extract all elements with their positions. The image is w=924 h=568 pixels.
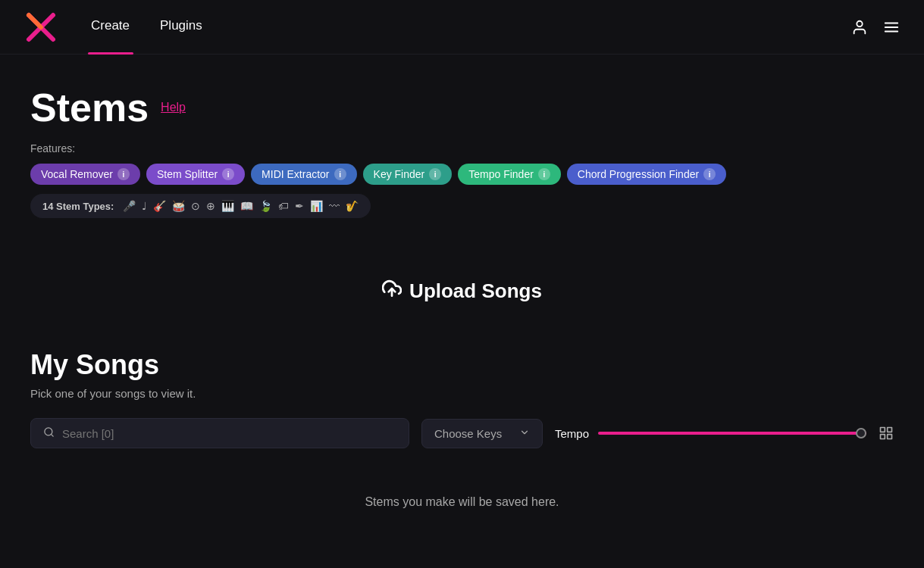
stem-icon-mic: 🎤 xyxy=(123,200,136,212)
upload-section: Upload Songs xyxy=(30,248,894,349)
nav-plugins[interactable]: Plugins xyxy=(145,18,218,36)
tempo-slider[interactable] xyxy=(598,432,866,435)
badge-key-finder[interactable]: Key Finder i xyxy=(363,164,453,185)
badge-label: Tempo Finder xyxy=(468,168,534,180)
upload-icon xyxy=(382,279,402,304)
stem-icon-book: 📖 xyxy=(240,200,253,212)
badge-vocal-remover[interactable]: Vocal Remover i xyxy=(30,164,140,185)
empty-state-text: Stems you make will be saved here. xyxy=(365,495,559,508)
stem-icon-guitar: 🎸 xyxy=(153,200,166,212)
tempo-control: Tempo xyxy=(555,427,866,440)
empty-state: Stems you make will be saved here. xyxy=(30,473,894,532)
svg-line-9 xyxy=(51,434,53,436)
stem-icon-piano: 🎹 xyxy=(221,200,234,212)
svg-rect-10 xyxy=(881,428,885,432)
choose-keys-button[interactable]: Choose Keys xyxy=(421,419,543,448)
upload-songs-label: Upload Songs xyxy=(409,279,542,303)
stem-icon-tag: 🏷 xyxy=(278,200,289,212)
svg-rect-11 xyxy=(888,428,892,432)
badge-label: Vocal Remover xyxy=(41,168,113,180)
info-icon[interactable]: i xyxy=(538,168,550,180)
stem-icon-pen: ✒ xyxy=(295,200,304,212)
info-icon[interactable]: i xyxy=(222,168,234,180)
title-row: Stems Help xyxy=(30,85,894,130)
badge-midi-extractor[interactable]: MIDI Extractor i xyxy=(251,164,356,185)
badge-chord-progression-finder[interactable]: Chord Progression Finder i xyxy=(567,164,726,185)
menu-icon-button[interactable] xyxy=(883,19,900,36)
logo[interactable] xyxy=(24,11,58,44)
my-songs-title: My Songs xyxy=(30,349,894,381)
info-icon[interactable]: i xyxy=(117,168,130,180)
features-label: Features: xyxy=(30,142,894,154)
help-link[interactable]: Help xyxy=(161,101,186,114)
badge-label: MIDI Extractor xyxy=(262,168,329,180)
info-icon[interactable]: i xyxy=(703,168,716,180)
stem-types-label: 14 Stem Types: xyxy=(42,201,114,212)
stem-icon-ring: ⊕ xyxy=(206,200,215,212)
nav-links: Create Plugins xyxy=(76,18,851,36)
navbar: Create Plugins xyxy=(0,0,924,55)
badge-label: Stem Splitter xyxy=(157,168,218,180)
stem-icon-leaf: 🍃 xyxy=(259,200,272,212)
svg-rect-13 xyxy=(888,435,892,439)
choose-keys-label: Choose Keys xyxy=(434,427,502,440)
page-title: Stems xyxy=(30,85,149,130)
badge-stem-splitter[interactable]: Stem Splitter i xyxy=(146,164,245,185)
stem-icon-wave: 〰 xyxy=(329,200,340,212)
stem-icon-circle: ⊙ xyxy=(191,200,200,212)
stem-icon-bars: 📊 xyxy=(310,200,323,212)
info-icon[interactable]: i xyxy=(334,168,346,180)
songs-controls: Choose Keys Tempo xyxy=(30,418,894,448)
user-icon-button[interactable] xyxy=(851,19,868,36)
svg-line-2 xyxy=(29,15,41,27)
stem-icon-drums: 🥁 xyxy=(172,200,185,212)
tempo-label: Tempo xyxy=(555,427,589,440)
svg-rect-12 xyxy=(881,435,885,439)
badge-tempo-finder[interactable]: Tempo Finder i xyxy=(458,164,561,185)
nav-right xyxy=(851,19,900,36)
search-icon xyxy=(43,426,55,440)
grid-toggle-button[interactable] xyxy=(879,426,894,441)
search-box xyxy=(30,418,409,448)
main-content: Stems Help Features: Vocal Remover i Ste… xyxy=(0,55,924,532)
my-songs-section: My Songs Pick one of your songs to view … xyxy=(30,349,894,532)
info-icon[interactable]: i xyxy=(429,168,441,180)
svg-point-3 xyxy=(857,20,862,26)
stem-icon-vibes: 🎷 xyxy=(346,200,359,212)
upload-songs-button[interactable]: Upload Songs xyxy=(382,279,542,304)
stem-icon-note: ♩ xyxy=(142,200,147,212)
badge-label: Key Finder xyxy=(374,168,425,180)
stem-types-row: 14 Stem Types: 🎤 ♩ 🎸 🥁 ⊙ ⊕ 🎹 📖 🍃 🏷 ✒ 📊 〰… xyxy=(30,194,371,218)
badge-label: Chord Progression Finder xyxy=(578,168,699,180)
chevron-down-icon xyxy=(519,427,530,440)
search-input[interactable] xyxy=(62,427,396,440)
nav-create[interactable]: Create xyxy=(76,18,145,36)
features-row: Vocal Remover i Stem Splitter i MIDI Ext… xyxy=(30,164,894,185)
my-songs-subtitle: Pick one of your songs to view it. xyxy=(30,387,894,400)
